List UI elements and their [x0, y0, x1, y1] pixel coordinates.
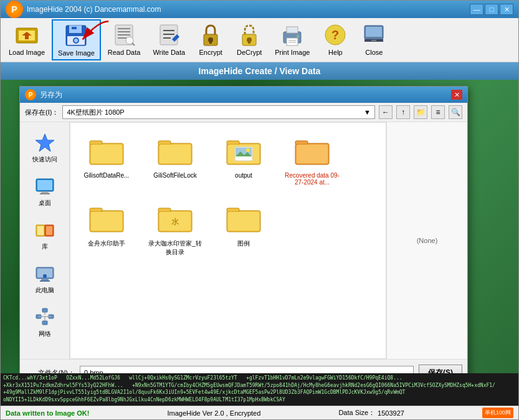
tool-help[interactable]: ? Help	[317, 19, 354, 59]
sidebar-network[interactable]: 网络	[23, 303, 67, 341]
tool-load-image[interactable]: Load Image	[3, 19, 50, 59]
window-close-button[interactable]: ✕	[500, 4, 513, 15]
svg-rect-58	[42, 321, 47, 325]
preview-text: (None)	[417, 237, 438, 244]
svg-rect-38	[366, 27, 382, 37]
dialog-nav-up-btn[interactable]: ↑	[396, 105, 410, 119]
tool-print-image[interactable]: Print Image	[269, 19, 315, 59]
svg-point-54	[43, 274, 47, 278]
load-image-icon	[14, 22, 39, 47]
title-bar: P ImageHide 2004 (c) Dancemammal.com — □…	[1, 1, 518, 18]
encrypt-icon	[198, 22, 223, 47]
save-button[interactable]: 保存(S)	[419, 365, 462, 373]
file-item-tulie[interactable]: 图例	[212, 195, 275, 260]
file-item-output[interactable]: output	[212, 128, 275, 189]
header-title: ImageHide Create / View Data	[199, 66, 321, 76]
svg-rect-28	[248, 40, 250, 44]
help-label: Help	[328, 49, 343, 56]
filename-label: 文件名(N)：	[25, 368, 75, 374]
dialog-title-left: P 另存为	[25, 89, 62, 100]
dialog-nav-back-btn[interactable]: ←	[379, 105, 393, 119]
title-bar-left: P ImageHide 2004 (c) Dancemammal.com	[6, 1, 161, 18]
read-data-label: Read Data	[108, 49, 141, 56]
this-pc-label: 此电脑	[36, 286, 54, 295]
file-item-luda[interactable]: 水 录大咖水印管家_转换目录	[144, 195, 206, 260]
svg-rect-15	[118, 37, 126, 39]
svg-rect-70	[227, 141, 239, 145]
dialog-nav-newfolder-btn[interactable]: 📁	[414, 105, 427, 119]
status-section: Data written to Image OK!	[6, 409, 89, 417]
tool-decrypt[interactable]: DeCrypt	[231, 19, 268, 59]
file-item-gilisoftfilelock[interactable]: GiliSoftFileLock	[144, 128, 206, 189]
svg-rect-43	[37, 180, 52, 190]
svg-rect-65	[91, 145, 122, 163]
svg-rect-64	[90, 141, 102, 145]
file-name-gilisoftdatare: GilisoftDataRe...	[84, 172, 130, 179]
status-message: Data written to Image OK!	[6, 409, 89, 417]
filename-input[interactable]	[80, 366, 414, 373]
svg-rect-68	[160, 145, 191, 163]
dialog-nav-view-btn[interactable]: ≡	[431, 105, 445, 119]
dialog-nav: 保存在(I)： 4K壁纸图片 1080P ▼ ← ↑ 📁 ≡ 🔍	[20, 103, 467, 122]
tool-close[interactable]: Close	[355, 19, 393, 59]
dialog-sidebar: 快速访问 桌面	[20, 122, 70, 359]
desktop-label: 桌面	[39, 199, 51, 208]
file-item-jinshu[interactable]: 金舟水印助手	[75, 195, 138, 260]
svg-rect-25	[209, 40, 212, 44]
decrypt-label: DeCrypt	[237, 49, 262, 56]
save-image-label: Save Image	[58, 49, 95, 57]
minimize-button[interactable]: —	[470, 4, 483, 15]
svg-rect-31	[287, 38, 298, 45]
sidebar-this-pc[interactable]: 此电脑	[23, 259, 67, 298]
file-item-recovered-data[interactable]: Recovered data 09-27-2024 at...	[281, 128, 343, 189]
status-text: CKTcd...whY/3xt1oP OZxxN...Md52LofGJ6 wl…	[3, 375, 502, 403]
load-image-label: Load Image	[9, 49, 45, 56]
svg-rect-67	[158, 141, 171, 145]
print-image-label: Print Image	[275, 49, 310, 56]
tool-read-data[interactable]: Read Data	[102, 19, 146, 59]
dialog-path-dropdown-icon: ▼	[364, 108, 371, 116]
dialog-nav-search-btn[interactable]: 🔍	[449, 105, 462, 119]
tool-save-image[interactable]: Save Image	[52, 19, 101, 60]
library-label: 库	[42, 242, 48, 251]
dialog-path-combo[interactable]: 4K壁纸图片 1080P ▼	[62, 105, 375, 119]
desktop-icon	[34, 175, 56, 198]
file-list[interactable]: GilisoftDataRe... GiliSoftFileLock	[70, 122, 386, 359]
logo-section: 单机100网	[482, 408, 513, 418]
svg-point-9	[74, 39, 78, 42]
main-window: P ImageHide 2004 (c) Dancemammal.com — □…	[0, 0, 519, 420]
data-size-value: 1503927	[378, 409, 404, 417]
file-name-luda: 录大咖水印管家_转换目录	[147, 239, 203, 257]
dialog-preview: (None)	[386, 122, 467, 359]
svg-rect-55	[42, 308, 47, 312]
file-item-gilisoftdatare[interactable]: GilisoftDataRe...	[75, 128, 138, 189]
maximize-button[interactable]: □	[485, 4, 498, 15]
this-pc-icon	[34, 262, 56, 285]
folder-icon-jinshu	[87, 198, 126, 238]
dialog-title: 另存为	[40, 90, 62, 100]
dialog-icon: P	[25, 89, 36, 100]
svg-rect-13	[118, 31, 130, 32]
svg-rect-14	[118, 34, 130, 36]
write-data-label: Write Data	[153, 49, 185, 56]
folder-icon-tulie	[224, 198, 264, 238]
library-icon	[34, 219, 56, 241]
logo-text: 单机100网	[485, 409, 511, 416]
folder-icon-gilisoftfilelock	[155, 131, 195, 171]
decrypt-icon	[237, 22, 262, 47]
dialog-close-button[interactable]: ✕	[451, 90, 462, 100]
svg-rect-49	[46, 226, 52, 235]
dialog-nav-label: 保存在(I)：	[25, 108, 59, 117]
file-name-jinshu: 金舟水印助手	[88, 239, 125, 248]
bottom-bar: Data written to Image OK! ImageHide Ver …	[1, 406, 518, 419]
sidebar-library[interactable]: 库	[23, 216, 67, 254]
file-name-tulie: 图例	[237, 239, 250, 248]
tool-encrypt[interactable]: Encrypt	[192, 19, 229, 59]
tool-write-data[interactable]: Write Data	[147, 19, 191, 59]
sidebar-quick-access[interactable]: 快速访问	[23, 128, 67, 167]
encrypt-label: Encrypt	[199, 49, 222, 56]
logo-badge: 单机100网	[482, 408, 513, 418]
sidebar-desktop[interactable]: 桌面	[23, 172, 67, 211]
file-name-recovered-data: Recovered data 09-27-2024 at...	[284, 172, 340, 186]
svg-rect-47	[37, 226, 44, 235]
